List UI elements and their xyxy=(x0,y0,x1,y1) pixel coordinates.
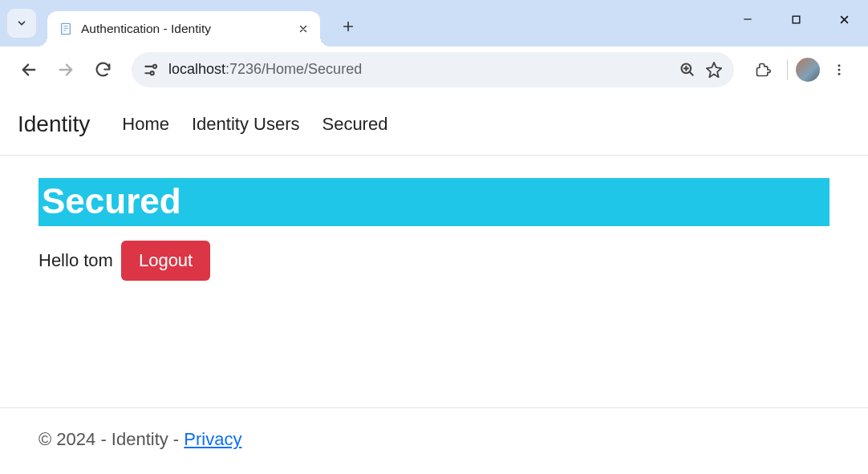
tab-close-button[interactable] xyxy=(296,22,310,36)
svg-point-6 xyxy=(838,68,841,71)
page-content: Identity Home Identity Users Secured Sec… xyxy=(0,93,868,281)
back-button[interactable] xyxy=(13,54,45,86)
close-icon xyxy=(298,24,308,34)
profile-avatar[interactable] xyxy=(796,58,820,82)
zoom-icon xyxy=(679,62,696,78)
logout-button[interactable]: Logout xyxy=(121,241,210,281)
close-icon xyxy=(838,14,850,26)
extensions-button[interactable] xyxy=(747,54,779,86)
close-window-button[interactable] xyxy=(820,0,868,38)
reload-button[interactable] xyxy=(87,54,119,86)
browser-tab[interactable]: Authentication - Identity xyxy=(47,11,320,47)
bookmark-button[interactable] xyxy=(705,61,723,79)
star-icon xyxy=(705,61,723,79)
tab-favicon-icon xyxy=(59,22,73,36)
address-bar[interactable]: localhost:7236/Home/Secured xyxy=(132,52,734,87)
nav-link-identity-users[interactable]: Identity Users xyxy=(192,114,300,135)
svg-point-3 xyxy=(151,71,154,75)
svg-rect-0 xyxy=(62,23,71,34)
nav-link-secured[interactable]: Secured xyxy=(322,114,387,135)
svg-point-2 xyxy=(153,64,156,67)
main-content: Secured Hello tom Logout xyxy=(0,156,868,281)
zoom-button[interactable] xyxy=(679,62,696,78)
site-settings-icon[interactable] xyxy=(143,62,159,78)
nav-link-home[interactable]: Home xyxy=(122,114,169,135)
maximize-button[interactable] xyxy=(772,0,820,38)
footer: © 2024 - Identity - Privacy xyxy=(0,407,868,474)
window-controls xyxy=(724,0,868,38)
more-vertical-icon xyxy=(832,63,846,77)
brand-title[interactable]: Identity xyxy=(18,111,90,137)
nav-links: Home Identity Users Secured xyxy=(122,114,387,135)
footer-text: © 2024 - Identity - xyxy=(39,429,184,449)
minimize-icon xyxy=(742,14,753,25)
site-navbar: Identity Home Identity Users Secured xyxy=(0,93,868,156)
svg-point-5 xyxy=(838,64,841,67)
greeting-text: Hello tom xyxy=(39,250,113,271)
plus-icon xyxy=(342,20,355,33)
extension-icon xyxy=(755,62,771,78)
reload-icon xyxy=(95,61,112,78)
arrow-left-icon xyxy=(20,61,38,79)
new-tab-button[interactable] xyxy=(335,13,362,40)
svg-point-7 xyxy=(838,72,841,75)
page-heading: Secured xyxy=(39,178,829,226)
forward-button[interactable] xyxy=(50,54,82,86)
svg-rect-1 xyxy=(793,16,800,23)
maximize-icon xyxy=(791,14,801,25)
chevron-down-icon xyxy=(16,18,27,29)
arrow-right-icon xyxy=(57,61,75,79)
minimize-button[interactable] xyxy=(724,0,772,38)
browser-toolbar: localhost:7236/Home/Secured xyxy=(0,47,868,93)
greeting-row: Hello tom Logout xyxy=(39,241,829,281)
privacy-link[interactable]: Privacy xyxy=(184,429,241,449)
tab-title: Authentication - Identity xyxy=(81,22,296,36)
toolbar-divider xyxy=(787,59,788,80)
tab-search-button[interactable] xyxy=(7,9,36,38)
overflow-menu-button[interactable] xyxy=(823,54,855,86)
url-text: localhost:7236/Home/Secured xyxy=(168,61,670,78)
browser-tab-strip: Authentication - Identity xyxy=(0,0,868,47)
